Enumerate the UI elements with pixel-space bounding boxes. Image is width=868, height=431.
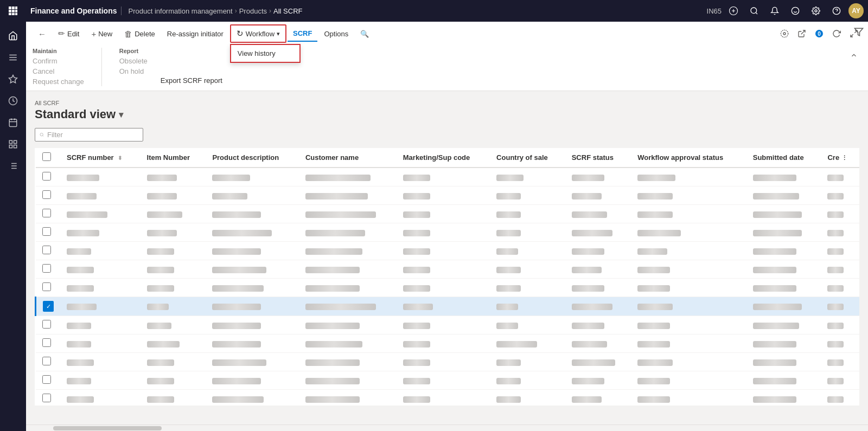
reassign-button[interactable]: Re-assign initiator [162,27,229,41]
col-country[interactable]: Country of sale [490,148,565,168]
col-scrf-number[interactable]: SCRF number ⬍ [60,148,141,168]
row-checkbox-input[interactable] [42,375,51,384]
col-marketing-code[interactable]: Marketing/Sup code [397,148,490,168]
select-all-checkbox[interactable] [42,152,51,161]
table-row[interactable] [36,353,860,371]
row-checkbox-cell[interactable] [36,371,61,390]
breadcrumb-item-3[interactable]: All SCRF [273,7,302,15]
view-chevron[interactable]: ▾ [119,110,123,120]
edit-button[interactable]: ✏ Edit [53,25,85,42]
toolbar-search-button[interactable]: 🔍 [355,27,374,41]
table-row[interactable] [36,334,860,353]
table-row[interactable] [36,242,860,260]
right-filter-icon[interactable] [854,27,864,40]
app-title: Finance and Operations [26,7,122,15]
cell-content [572,211,607,218]
row-checkbox-cell[interactable] [36,223,61,242]
table-cell [60,353,141,371]
copilot-icon[interactable] [725,2,742,20]
row-checkbox-input[interactable] [42,282,51,291]
notifications-icon[interactable] [766,2,783,20]
sidebar-item-grid[interactable] [3,134,23,154]
row-checkbox-input[interactable] [42,227,51,236]
table-row[interactable] [36,316,860,334]
row-checkbox-cell[interactable] [36,279,61,297]
row-checkbox-input[interactable] [42,246,51,254]
more-columns-icon[interactable]: ⋮ [841,155,847,161]
bottom-scrollbar[interactable] [26,424,868,431]
table-row[interactable] [36,223,860,242]
row-checkbox-input[interactable] [42,209,51,217]
sidebar-item-menu[interactable] [3,48,23,67]
collapse-button[interactable] [846,48,861,63]
filter-input[interactable] [47,131,138,139]
table-row[interactable] [36,168,860,186]
row-checkbox-input[interactable] [42,172,51,181]
cell-content [147,267,174,273]
row-checkbox-input[interactable] [42,357,51,365]
row-checkbox-cell[interactable] [36,353,61,371]
options-button[interactable]: Options [318,27,354,41]
row-checkbox-input[interactable] [42,338,51,347]
table-row[interactable] [36,205,860,223]
row-checkbox-input[interactable] [42,320,51,329]
workflow-button[interactable]: ↻ Workflow ▾ [230,24,286,43]
delete-button[interactable]: 🗑 Delete [119,26,161,42]
scrollbar-thumb[interactable] [53,426,162,430]
row-checkbox-cell[interactable] [36,390,61,406]
col-submitted-date[interactable]: Submitted date [746,148,821,168]
view-history-item[interactable]: View history [231,45,299,62]
cell-content [827,359,844,366]
table-row[interactable] [36,390,860,406]
col-workflow-status[interactable]: Workflow approval status [631,148,746,168]
col-customer-name[interactable]: Customer name [299,148,397,168]
row-checkbox-cell[interactable] [36,168,61,186]
refresh-button[interactable] [829,26,844,41]
scrf-tab[interactable]: SCRF [288,26,317,42]
table-row[interactable]: ✓ [36,297,860,316]
col-scrf-status[interactable]: SCRF status [565,148,631,168]
breadcrumb-item-1[interactable]: Product information management [128,7,232,15]
row-checkbox-cell[interactable] [36,316,61,334]
avatar[interactable]: AY [848,3,864,18]
sidebar-item-home[interactable] [3,26,23,46]
row-checkbox-cell[interactable] [36,242,61,260]
row-checkmark[interactable]: ✓ [43,301,54,312]
personalize-button[interactable] [777,26,792,41]
row-checkbox-cell[interactable] [36,205,61,223]
table-row[interactable] [36,260,860,279]
row-checkbox-cell[interactable] [36,260,61,279]
table-row[interactable] [36,186,860,205]
table-row[interactable] [36,371,860,390]
notifications-badge-button[interactable]: 0 [812,26,827,41]
new-button[interactable]: + New [86,26,118,42]
sidebar-item-calendar[interactable] [3,113,23,132]
row-checkbox-cell[interactable]: ✓ [36,297,61,316]
breadcrumb-item-2[interactable]: Products [239,7,267,15]
apps-button[interactable] [4,2,22,20]
export-scrf-item[interactable]: Export SCRF report [161,76,222,85]
col-checkbox [36,148,61,168]
search-icon[interactable] [745,2,763,20]
smiley-icon[interactable] [787,2,804,20]
sidebar-item-favorites[interactable] [3,69,23,89]
svg-rect-5 [15,10,17,12]
row-checkbox-cell[interactable] [36,186,61,205]
table-cell [60,297,141,316]
col-item-number[interactable]: Item Number [141,148,206,168]
row-checkbox-input[interactable] [42,190,51,199]
sidebar-item-list[interactable] [3,156,23,176]
cell-content [572,323,604,329]
row-checkbox-cell[interactable] [36,334,61,353]
help-icon[interactable] [828,2,845,20]
col-product-desc[interactable]: Product description [206,148,298,168]
table-row[interactable] [36,279,860,297]
settings-icon[interactable] [807,2,825,20]
row-checkbox-input[interactable] [42,264,51,273]
confirm-item: Confirm [33,56,84,66]
col-cre[interactable]: Cre ⋮ [821,148,859,168]
row-checkbox-input[interactable] [42,394,51,402]
sidebar-item-recent[interactable] [3,91,23,111]
open-in-new-button[interactable] [794,26,809,41]
back-button[interactable]: ← [33,26,52,42]
